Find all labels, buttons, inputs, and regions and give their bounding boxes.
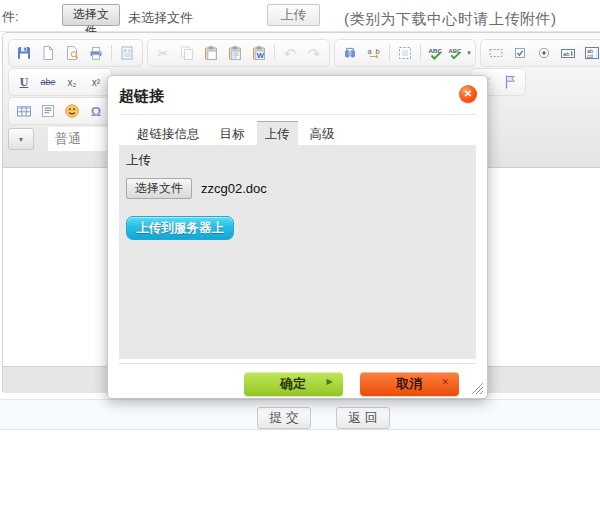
smiley-icon bbox=[64, 103, 80, 119]
svg-text:cd: cd bbox=[587, 53, 593, 59]
special-char-button[interactable]: Ω bbox=[84, 99, 108, 123]
preview-icon bbox=[64, 45, 80, 61]
scayt-button[interactable]: ABC▼ bbox=[448, 41, 472, 65]
upload-button[interactable]: 上传 bbox=[267, 4, 320, 26]
select-all-icon bbox=[397, 45, 413, 61]
dialog-choose-file-button[interactable]: 选择文件 bbox=[126, 178, 192, 199]
dialog-footer: 确定▶ 取消✕ bbox=[119, 363, 476, 396]
selected-file-name: zzcg02.doc bbox=[201, 181, 267, 196]
dialog-tabs: 超链接信息目标上传高级 bbox=[119, 121, 476, 145]
upload-field-label: 上传 bbox=[126, 152, 470, 169]
upload-tab-panel: 上传 选择文件 zzcg02.doc 上传到服务器上 bbox=[119, 145, 476, 359]
cancel-button-label: 取消 bbox=[397, 376, 423, 391]
copy-button bbox=[175, 41, 199, 65]
dialog-tab-1[interactable]: 超链接信息 bbox=[129, 122, 208, 146]
choose-file-button[interactable]: 选择文件 bbox=[62, 4, 120, 26]
print-icon bbox=[88, 45, 104, 61]
submit-button[interactable]: 提 交 bbox=[257, 407, 311, 429]
underline-button[interactable]: U bbox=[12, 70, 36, 94]
dialog-tab-3[interactable]: 上传 bbox=[257, 121, 298, 145]
attachment-row: 件: 选择文件 未选择文件 上传 (类别为下载中心时请上传附件) bbox=[0, 0, 600, 32]
toolbar-group: Uabex₂x² bbox=[8, 68, 112, 96]
paste-word-icon: W bbox=[251, 45, 267, 61]
textarea-button[interactable]: abcd bbox=[580, 41, 600, 65]
file-input-row: 选择文件 zzcg02.doc bbox=[125, 178, 470, 199]
text-field-icon: ab bbox=[560, 45, 576, 61]
templates-button[interactable] bbox=[115, 41, 139, 65]
dropdown-arrow-icon: ▼ bbox=[466, 50, 472, 56]
svg-text:ab: ab bbox=[563, 51, 570, 57]
toolbar-separator bbox=[389, 45, 390, 61]
ok-button[interactable]: 确定▶ bbox=[244, 372, 343, 396]
print-button[interactable] bbox=[84, 41, 108, 65]
anchor-button[interactable] bbox=[498, 70, 522, 94]
subscript-icon: x₂ bbox=[68, 77, 77, 88]
checkbox-button[interactable] bbox=[508, 41, 532, 65]
new-page-button[interactable] bbox=[36, 41, 60, 65]
div-container-icon bbox=[40, 103, 56, 119]
preview-button[interactable] bbox=[60, 41, 84, 65]
dialog-title: 超链接 bbox=[119, 87, 476, 106]
table-button[interactable] bbox=[12, 99, 36, 123]
toolbar-group: abABCABC▼ bbox=[334, 39, 476, 67]
new-page-icon bbox=[40, 45, 56, 61]
dialog-tab-4[interactable]: 高级 bbox=[302, 122, 343, 146]
smiley-button[interactable] bbox=[60, 99, 84, 123]
select-all-button[interactable] bbox=[393, 41, 417, 65]
undo-icon: ↶ bbox=[284, 46, 297, 61]
find-icon bbox=[342, 45, 358, 61]
undo-button: ↶ bbox=[278, 41, 302, 65]
cut-button: ✂ bbox=[151, 41, 175, 65]
svg-text:W: W bbox=[257, 51, 265, 60]
combo-dropdown-button[interactable]: ▼ bbox=[8, 128, 34, 150]
radio-icon bbox=[536, 45, 552, 61]
subscript-button[interactable]: x₂ bbox=[60, 70, 84, 94]
save-icon bbox=[16, 45, 32, 61]
paste-text-button[interactable] bbox=[223, 41, 247, 65]
hyperlink-dialog: 超链接 ✕ 超链接信息目标上传高级 上传 选择文件 zzcg02.doc 上传到… bbox=[107, 75, 488, 399]
special-char-icon: Ω bbox=[91, 104, 101, 119]
send-to-server-button[interactable]: 上传到服务器上 bbox=[126, 216, 234, 240]
attachment-label: 件: bbox=[2, 8, 19, 26]
format-combo-value: 普通 bbox=[55, 130, 81, 148]
chevron-down-icon: ▼ bbox=[18, 136, 25, 143]
hidden-field-button[interactable] bbox=[484, 41, 508, 65]
find-button[interactable] bbox=[338, 41, 362, 65]
save-button[interactable] bbox=[12, 41, 36, 65]
replace-button[interactable]: ab bbox=[362, 41, 386, 65]
svg-text:a: a bbox=[368, 47, 373, 56]
div-container-button[interactable] bbox=[36, 99, 60, 123]
toolbar-separator bbox=[111, 45, 112, 61]
paste-text-icon bbox=[227, 45, 243, 61]
dialog-resize-grip[interactable] bbox=[469, 380, 484, 395]
cancel-button[interactable]: 取消✕ bbox=[360, 372, 459, 396]
back-button[interactable]: 返 回 bbox=[336, 407, 390, 429]
spell-check-button[interactable]: ABC bbox=[424, 41, 448, 65]
strike-button[interactable]: abe bbox=[36, 70, 60, 94]
dialog-tab-2[interactable]: 目标 bbox=[212, 122, 253, 146]
superscript-button[interactable]: x² bbox=[84, 70, 108, 94]
no-file-selected-text: 未选择文件 bbox=[128, 9, 193, 27]
svg-text:b: b bbox=[376, 47, 380, 56]
close-icon: ✕ bbox=[464, 88, 472, 99]
redo-icon: ↷ bbox=[308, 46, 321, 61]
dialog-close-button[interactable]: ✕ bbox=[459, 85, 477, 103]
ok-arrow-icon: ▶ bbox=[326, 377, 332, 386]
ok-button-label: 确定 bbox=[280, 376, 306, 391]
textarea-icon: abcd bbox=[584, 45, 600, 61]
toolbar-group: ababcd bbox=[480, 39, 600, 67]
toolbar-group bbox=[8, 39, 143, 67]
paste-word-button[interactable]: W bbox=[247, 41, 271, 65]
redo-button: ↷ bbox=[302, 41, 326, 65]
bottom-action-bar: 提 交 返 回 bbox=[0, 399, 600, 430]
radio-button[interactable] bbox=[532, 41, 556, 65]
replace-icon: ab bbox=[366, 45, 382, 61]
paste-button[interactable] bbox=[199, 41, 223, 65]
checkbox-icon bbox=[512, 45, 528, 61]
attachment-hint: (类别为下载中心时请上传附件) bbox=[344, 10, 557, 29]
paste-icon bbox=[203, 45, 219, 61]
cut-icon: ✂ bbox=[158, 46, 169, 61]
text-field-button[interactable]: ab bbox=[556, 41, 580, 65]
toolbar-separator bbox=[420, 45, 421, 61]
underline-icon: U bbox=[20, 75, 29, 90]
